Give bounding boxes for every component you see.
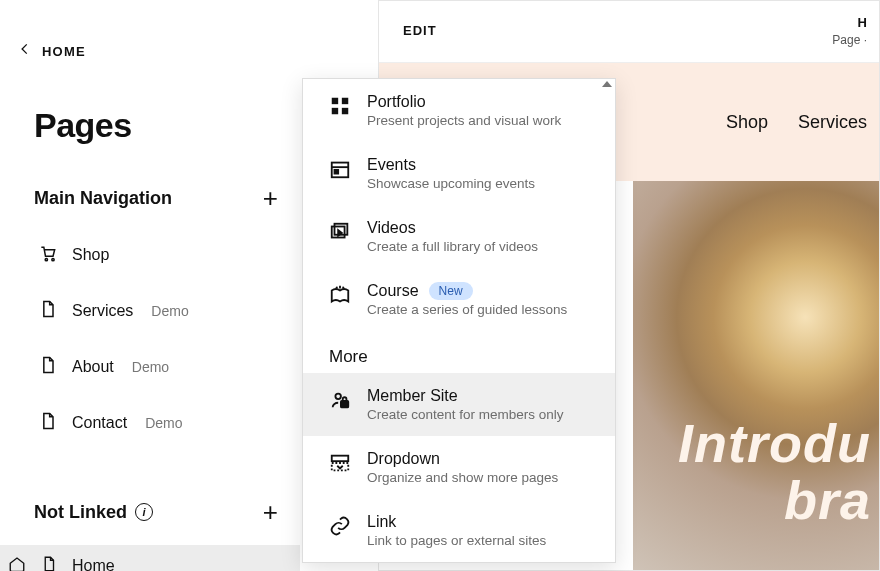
add-page-notlinked-button[interactable]: + — [263, 499, 278, 525]
svg-line-13 — [336, 287, 337, 289]
page-icon — [38, 355, 58, 379]
preview-nav-services[interactable]: Services — [798, 112, 867, 133]
sidebar-item-label: Shop — [72, 246, 109, 264]
menu-item-title: Member Site — [367, 387, 564, 405]
menu-item-videos[interactable]: Videos Create a full library of videos — [303, 205, 615, 268]
menu-item-desc: Link to pages or external sites — [367, 533, 546, 548]
svg-rect-3 — [342, 98, 348, 104]
menu-section-more: More — [303, 331, 615, 373]
svg-rect-5 — [342, 108, 348, 114]
edit-button[interactable]: EDIT — [403, 23, 437, 38]
svg-rect-17 — [332, 456, 349, 462]
sidebar-item-label: Services — [72, 302, 133, 320]
menu-item-title: Link — [367, 513, 546, 531]
menu-item-course[interactable]: Course New Create a series of guided les… — [303, 268, 615, 331]
grid-icon — [329, 93, 351, 128]
dropdown-icon — [329, 450, 351, 485]
preview-title: H — [858, 15, 867, 30]
menu-item-member-site[interactable]: Member Site Create content for members o… — [303, 373, 615, 436]
menu-item-desc: Showcase upcoming events — [367, 176, 535, 191]
sidebar-item-shop[interactable]: Shop — [0, 233, 300, 277]
sidebar-item-label: Home — [72, 557, 115, 571]
home-icon — [8, 555, 26, 571]
section-title: Main Navigation — [34, 188, 172, 209]
calendar-icon — [329, 156, 351, 191]
menu-item-events[interactable]: Events Showcase upcoming events — [303, 142, 615, 205]
menu-item-desc: Create a series of guided lessons — [367, 302, 567, 317]
section-title: Not Linked — [34, 502, 127, 523]
page-icon — [38, 411, 58, 435]
svg-point-1 — [52, 259, 54, 261]
cart-icon — [38, 243, 58, 267]
section-main-nav: Main Navigation + — [0, 185, 300, 211]
back-home[interactable]: HOME — [0, 0, 300, 60]
chevron-left-icon — [18, 42, 32, 60]
add-page-menu: Portfolio Present projects and visual wo… — [302, 78, 616, 563]
svg-point-15 — [335, 394, 341, 400]
menu-item-title: Course — [367, 282, 419, 300]
menu-item-desc: Create a full library of videos — [367, 239, 538, 254]
page-icon — [40, 555, 58, 571]
demo-badge: Demo — [151, 303, 188, 319]
menu-item-title: Videos — [367, 219, 538, 237]
demo-badge: Demo — [132, 359, 169, 375]
hero-image: Introdubra — [633, 181, 879, 570]
hero-headline: Introdubra — [678, 415, 871, 530]
preview-nav-shop[interactable]: Shop — [726, 112, 768, 133]
page-icon — [38, 299, 58, 323]
sidebar-item-label: Contact — [72, 414, 127, 432]
section-not-linked: Not Linked i + — [0, 499, 300, 525]
book-icon — [329, 282, 351, 317]
menu-item-title: Dropdown — [367, 450, 558, 468]
sidebar-item-services[interactable]: Services Demo — [0, 289, 300, 333]
sidebar-item-home[interactable]: Home — [0, 545, 300, 571]
svg-rect-2 — [332, 98, 338, 104]
demo-badge: Demo — [145, 415, 182, 431]
menu-item-dropdown[interactable]: Dropdown Organize and show more pages — [303, 436, 615, 499]
menu-item-desc: Organize and show more pages — [367, 470, 558, 485]
member-icon — [329, 387, 351, 422]
menu-item-link[interactable]: Link Link to pages or external sites — [303, 499, 615, 562]
svg-rect-4 — [332, 108, 338, 114]
menu-item-desc: Create content for members only — [367, 407, 564, 422]
sidebar-item-label: About — [72, 358, 114, 376]
video-icon — [329, 219, 351, 254]
scroll-up-icon[interactable] — [602, 81, 612, 87]
svg-rect-16 — [341, 401, 348, 407]
menu-item-portfolio[interactable]: Portfolio Present projects and visual wo… — [303, 79, 615, 142]
info-icon[interactable]: i — [135, 503, 153, 521]
link-icon — [329, 513, 351, 548]
new-badge: New — [429, 282, 473, 300]
back-label: HOME — [42, 44, 86, 59]
menu-item-title: Events — [367, 156, 535, 174]
menu-item-title: Portfolio — [367, 93, 561, 111]
menu-item-desc: Present projects and visual work — [367, 113, 561, 128]
add-page-main-button[interactable]: + — [263, 185, 278, 211]
sidebar-item-contact[interactable]: Contact Demo — [0, 401, 300, 445]
svg-point-0 — [45, 259, 47, 261]
svg-rect-8 — [335, 170, 339, 174]
sidebar-item-about[interactable]: About Demo — [0, 345, 300, 389]
svg-line-14 — [343, 287, 344, 289]
page-title: Pages — [0, 60, 300, 145]
preview-subtitle: Page · — [832, 33, 867, 47]
